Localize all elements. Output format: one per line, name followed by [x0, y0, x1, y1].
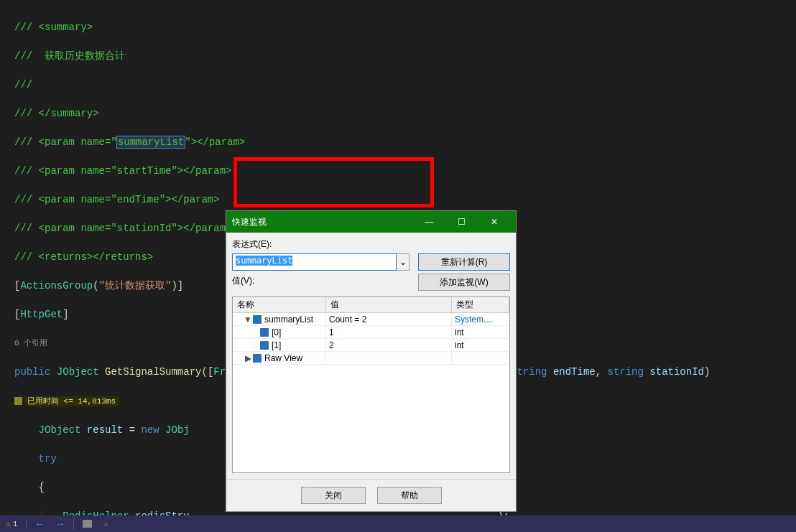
warnings-indicator[interactable]: ⚠1 [3, 519, 20, 528]
separator [73, 518, 74, 530]
alert-indicator[interactable]: ⚠ [101, 519, 111, 528]
value-label: 值(V): [232, 275, 409, 287]
doc-returns: /// <returns></returns> [14, 251, 153, 263]
cell-name: ▶Raw View [233, 352, 326, 364]
help-button[interactable]: 帮助 [377, 487, 442, 504]
grid-header: 名称 值 类型 [233, 297, 509, 313]
debug-timing[interactable]: 已用时间 <= 14,813ms [24, 396, 119, 406]
code-line: /// [14, 78, 796, 92]
object-icon [260, 328, 269, 337]
doc-param-summarylist: summaryList [117, 136, 185, 148]
grid-row[interactable]: ▶Raw View [233, 352, 509, 365]
add-watch-button[interactable]: 添加监视(W) [418, 274, 510, 291]
grid-row[interactable]: ▼summaryListCount = 2System.... [233, 313, 509, 326]
expression-input[interactable]: summaryList [232, 253, 397, 271]
cell-value: 2 [326, 339, 452, 351]
object-icon [260, 341, 269, 350]
doc-summary-open: /// <summary> [14, 22, 93, 33]
quickwatch-dialog[interactable]: 快速监视 — ☐ ✕ 表达式(E): summaryList ⌄ 重新计算(R)… [226, 210, 517, 512]
nav-back-button[interactable]: ← [32, 518, 47, 530]
cell-type: System.... [452, 313, 509, 325]
cell-type: int [452, 326, 509, 338]
flag-icon [83, 520, 92, 528]
cell-value: Count = 2 [326, 313, 452, 325]
col-header-name[interactable]: 名称 [233, 297, 326, 312]
nav-forward-button[interactable]: → [53, 518, 68, 530]
cell-type [452, 352, 509, 364]
object-icon [253, 354, 262, 363]
col-header-value[interactable]: 值 [326, 297, 452, 312]
expression-label: 表达式(E): [232, 238, 510, 251]
cell-value [326, 352, 452, 364]
cell-value: 1 [326, 326, 452, 338]
warning-icon: ⚠ [6, 519, 11, 528]
col-header-type[interactable]: 类型 [452, 297, 509, 312]
code-line: /// <param name="endTime"></param> [14, 192, 796, 207]
watch-grid[interactable]: 名称 值 类型 ▼summaryListCount = 2System.... … [232, 297, 510, 473]
quickwatch-title: 快速监视 [232, 216, 413, 228]
flag-indicator[interactable] [80, 520, 95, 528]
doc-summary-close: /// </summary> [14, 108, 99, 119]
separator [26, 518, 27, 530]
code-line: /// </summary> [14, 106, 796, 121]
chevron-down-icon: ⌄ [399, 257, 407, 267]
code-line: /// 获取历史数据合计 [14, 49, 796, 63]
expander-icon[interactable] [250, 340, 260, 350]
cell-name: [1] [233, 339, 326, 351]
minimize-button[interactable]: — [413, 211, 445, 233]
grid-row[interactable]: [1]2int [233, 339, 509, 352]
code-line: /// <param name="startTime"></param> [14, 164, 796, 178]
recalculate-button[interactable]: 重新计算(R) [418, 253, 510, 271]
quickwatch-titlebar[interactable]: 快速监视 — ☐ ✕ [226, 211, 516, 233]
cell-type: int [452, 339, 509, 351]
maximize-button[interactable]: ☐ [445, 211, 478, 233]
expander-icon[interactable]: ▼ [243, 314, 253, 325]
expander-icon[interactable] [250, 327, 260, 337]
cell-name: ▼summaryList [233, 313, 326, 325]
code-line: /// <summary> [14, 20, 796, 34]
grid-row[interactable]: [0]1int [233, 326, 509, 339]
code-line: /// <param name="summaryList"></param> [14, 135, 796, 149]
timing-icon [14, 397, 22, 405]
expander-icon[interactable]: ▶ [243, 353, 253, 363]
status-bar: ⚠1 ← → ⚠ [0, 515, 796, 532]
close-dialog-button[interactable]: 关闭 [301, 487, 366, 504]
object-icon [253, 315, 262, 324]
doc-summary-text: /// 获取历史数据合计 [14, 50, 125, 62]
expression-dropdown-button[interactable]: ⌄ [397, 253, 409, 271]
close-button[interactable]: ✕ [478, 211, 510, 233]
cell-name: [0] [233, 326, 326, 338]
